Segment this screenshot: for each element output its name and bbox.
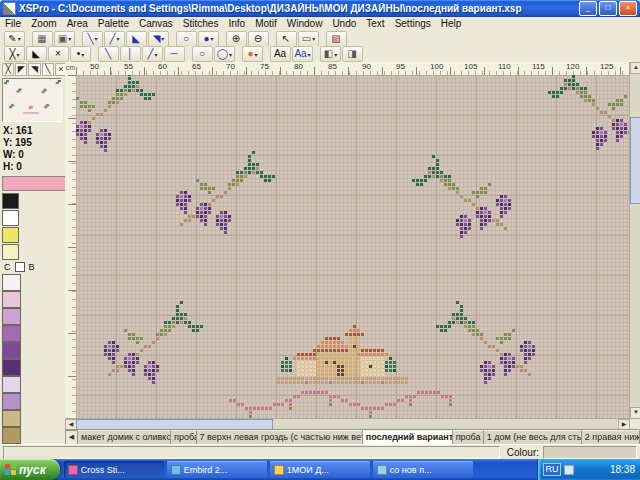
toolbar-button[interactable]: ─ (164, 46, 185, 62)
menu-item[interactable]: File (0, 17, 26, 31)
toolbar-button[interactable]: × (48, 46, 69, 62)
ruler-number: 95 (65, 382, 76, 419)
start-button[interactable]: пуск (0, 459, 60, 480)
coordinates-readout: X: 161 Y: 195 W: 0 H: 0 (2, 124, 67, 175)
toolbar-button[interactable]: ↖ (276, 31, 297, 47)
toolbar-button[interactable]: ◨ (342, 46, 363, 62)
toolbar-icon: ◧ (324, 48, 333, 60)
color-swatch[interactable] (2, 227, 19, 243)
menu-item[interactable]: Zoom (26, 17, 62, 31)
pattern-tab[interactable]: проба (171, 430, 197, 445)
toolbar-button[interactable]: ▣ ▾ (54, 31, 75, 47)
cb-toggle[interactable] (15, 262, 25, 272)
toolbar-button[interactable]: ✎ ▾ (4, 31, 25, 47)
toolbar-button[interactable]: ○ (176, 31, 197, 47)
menu-item[interactable]: Stitches (178, 17, 224, 31)
toolbar-button[interactable]: ╲ (98, 46, 119, 62)
stitch-type-button[interactable]: ◤ (15, 63, 27, 76)
color-swatch[interactable] (2, 210, 19, 226)
menu-item[interactable]: Window (282, 17, 328, 31)
menu-item[interactable]: Motif (250, 17, 282, 31)
toolbar-button[interactable]: │ (120, 46, 141, 62)
menu-item[interactable]: Area (62, 17, 93, 31)
stitch-type-button[interactable]: ╲ (42, 63, 54, 76)
horizontal-scrollbar[interactable]: ◀ ▶ (65, 418, 630, 429)
pattern-tab[interactable]: 7 верхн левая гроздь (с частью ниж ветки… (197, 430, 363, 445)
stitch-type-button[interactable]: ╳ (2, 63, 14, 76)
toolbar-button[interactable]: ▦ (32, 31, 53, 47)
toolbar-button[interactable]: ◣ (26, 46, 47, 62)
palette-color-swatch[interactable] (2, 308, 21, 325)
pattern-tab[interactable]: 1 дом (не весь для стыковки) (484, 430, 582, 445)
pattern-tab[interactable]: макет домик с оливковками (78, 430, 171, 445)
menu-item[interactable]: Info (223, 17, 250, 31)
taskbar-task-button[interactable]: Cross Sti... (64, 461, 164, 478)
tray-icon[interactable] (564, 465, 574, 475)
menu-item[interactable]: Help (436, 17, 467, 31)
menu-item[interactable]: Canvas (134, 17, 178, 31)
pattern-tab[interactable]: 2 правая ниж гр. (582, 430, 640, 445)
scroll-up-icon[interactable]: ▲ (630, 62, 640, 74)
dropdown-arrow-icon: ▾ (68, 35, 71, 42)
menu-item[interactable]: Undo (327, 17, 361, 31)
menu-item[interactable]: Text (361, 17, 389, 31)
palette-color-swatch[interactable] (2, 274, 21, 291)
palette-color-swatch[interactable] (2, 376, 21, 393)
palette-color-swatch[interactable] (2, 359, 21, 376)
pattern-tab[interactable]: проба 2 (453, 430, 484, 445)
task-icon (68, 465, 78, 475)
close-button[interactable]: × (619, 1, 637, 16)
palette-color-swatch[interactable] (2, 427, 21, 444)
toolbar-icon: ▣ (58, 33, 67, 45)
ruler-number: 80 (294, 62, 328, 75)
toolbar-icon: ╲ (87, 33, 93, 45)
color-swatch[interactable] (2, 244, 19, 260)
color-swatch[interactable] (2, 193, 19, 209)
toolbar-button[interactable]: ╱ ▾ (104, 31, 125, 47)
palette-color-swatch[interactable] (2, 325, 21, 342)
toolbar-button[interactable]: ╳ ▾ (4, 46, 25, 62)
current-color-swatch[interactable] (2, 176, 67, 191)
toolbar-button[interactable]: Aa ▾ (292, 46, 313, 62)
toolbar-button[interactable]: ▧ (326, 31, 347, 47)
minimize-button[interactable]: _ (579, 1, 597, 16)
toolbar-button[interactable]: ◣ (126, 31, 147, 47)
toolbar-button[interactable]: ○ (192, 46, 213, 62)
tab-scroll-left-icon[interactable]: ◀ (65, 430, 78, 445)
palette-color-swatch[interactable] (2, 410, 21, 427)
toolbar-button[interactable]: ▭ ▾ (298, 31, 319, 47)
scroll-down-icon[interactable]: ▼ (630, 407, 640, 419)
stitch-canvas[interactable] (76, 75, 630, 419)
taskbar-task-button[interactable]: 1МОИ Д... (270, 461, 370, 478)
palette-color-swatch[interactable] (2, 342, 21, 359)
taskbar-task-button[interactable]: Embird 2... (167, 461, 267, 478)
toolbar-button[interactable]: ◥ ▾ (148, 31, 169, 47)
maximize-button[interactable]: □ (599, 1, 617, 16)
toolbar-button[interactable]: ⊕ (226, 31, 247, 47)
toolbar-button[interactable]: ◧ ▾ (320, 46, 341, 62)
stitch-type-button[interactable]: ◥ (28, 63, 40, 76)
toolbar-button[interactable]: ╱ ▾ (142, 46, 163, 62)
title-bar[interactable]: XSPro - C:\Documents and Settings\Rimma\… (0, 0, 640, 17)
toolbar-button[interactable]: ◯ ▾ (214, 46, 235, 62)
menu-item[interactable]: Settings (390, 17, 436, 31)
toolbar-button[interactable]: ● ▾ (198, 31, 219, 47)
toolbar-button[interactable]: • ▾ (70, 46, 91, 62)
taskbar-task-button[interactable]: со нов п... (373, 461, 473, 478)
palette-color-swatch[interactable] (2, 291, 21, 308)
ruler-number: 85 (328, 62, 362, 75)
toolbar-icon: ▧ (331, 33, 340, 45)
toolbar-button[interactable]: ╲ ▾ (82, 31, 103, 47)
menu-item[interactable]: Palette (93, 17, 134, 31)
language-indicator[interactable]: RU (543, 463, 561, 476)
toolbar-button[interactable]: ⊖ (248, 31, 269, 47)
vertical-scroll-thumb[interactable] (630, 117, 640, 204)
pattern-tab[interactable]: последний вариант (363, 430, 453, 445)
ruler-number: 70 (65, 167, 76, 210)
vertical-scrollbar[interactable]: ▲ ▼ (629, 62, 640, 419)
toolbar-button[interactable]: ● ▾ (242, 46, 263, 62)
toolbar-button[interactable]: Aa (270, 46, 291, 62)
dropdown-arrow-icon: ▾ (17, 51, 20, 58)
palette-color-swatch[interactable] (2, 393, 21, 410)
thread-palette (2, 274, 38, 444)
